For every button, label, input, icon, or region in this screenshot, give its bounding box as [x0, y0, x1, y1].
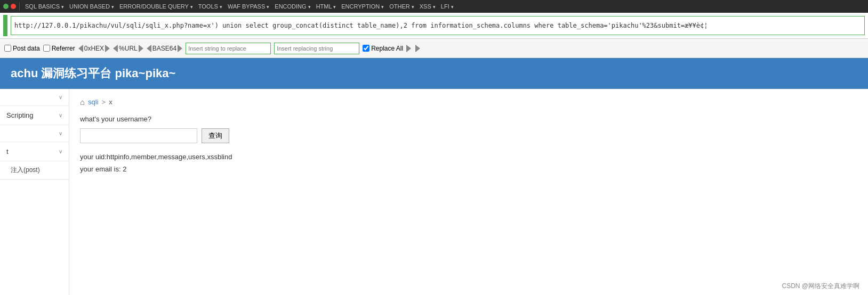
- insert-replace-input[interactable]: [186, 43, 271, 54]
- page-header: achu 漏洞练习平台 pika~pika~: [0, 58, 868, 89]
- replace-arrow-right2-icon[interactable]: [415, 45, 420, 52]
- home-icon[interactable]: ⌂: [80, 97, 85, 106]
- post-data-checkbox-label[interactable]: Post data: [4, 45, 40, 52]
- menu-encryption[interactable]: ENCRYPTION ▾: [339, 3, 386, 10]
- breadcrumb-sep: >: [102, 98, 106, 106]
- url-arrow-right-icon: [139, 45, 143, 52]
- url-arrow-left-icon: [113, 45, 118, 52]
- post-data-label: Post data: [13, 45, 40, 52]
- menu-union-based[interactable]: UNION BASED ▾: [67, 3, 116, 10]
- hex-arrow-right-icon: [105, 45, 110, 52]
- sidebar-post-label: 注入(post): [11, 166, 40, 174]
- breadcrumb-sqli-link[interactable]: sqli: [88, 98, 99, 106]
- base64-encode-btn[interactable]: BASE64: [147, 45, 182, 52]
- sidebar-t-label: t: [6, 148, 9, 155]
- sidebar-chevron-1: ∨: [59, 94, 62, 100]
- url-label: %URL: [119, 45, 138, 52]
- url-encode-btn[interactable]: %URL: [113, 45, 143, 52]
- menu-error-double-query[interactable]: ERROR/DOUBLE QUERY ▾: [117, 3, 195, 10]
- replace-all-checkbox[interactable]: [363, 45, 369, 52]
- sidebar-chevron-3: ∨: [59, 130, 62, 136]
- replace-all-label[interactable]: Replace All: [363, 45, 403, 52]
- url-input[interactable]: [11, 16, 865, 35]
- sidebar-section-scripting: Scripting ∨: [0, 106, 69, 125]
- menu-xss[interactable]: XSS ▾: [417, 3, 438, 10]
- base64-arrow-right-icon: [178, 45, 182, 52]
- dot-green-icon: [3, 4, 9, 9]
- sidebar-scripting-label: Scripting: [6, 111, 34, 119]
- query-button[interactable]: 查询: [202, 128, 229, 143]
- menu-tools[interactable]: TOOLS ▾: [196, 3, 224, 10]
- base64-label: BASE64: [152, 45, 176, 52]
- referrer-checkbox[interactable]: [43, 45, 50, 52]
- sidebar-scripting-chevron: ∨: [59, 112, 62, 118]
- replace-all-text: Replace All: [371, 45, 403, 52]
- insert-replacing-input[interactable]: [274, 43, 359, 54]
- result-email: your email is: 2: [80, 163, 857, 175]
- referrer-label: Referrer: [52, 45, 75, 52]
- url-indicator: [3, 15, 7, 36]
- sidebar-t-chevron: ∨: [59, 149, 62, 154]
- menu-waf-bypass[interactable]: WAF BYPASS ▾: [226, 3, 271, 10]
- sidebar-section-3: ∨: [0, 125, 69, 142]
- breadcrumb: ⌂ sqli > x: [80, 97, 857, 106]
- sidebar-item-3[interactable]: ∨: [0, 125, 69, 142]
- menu-sql-basics[interactable]: SQL BASICS ▾: [23, 3, 66, 10]
- result-uid: your uid:httpinfo,member,message,users,x…: [80, 151, 857, 163]
- page-title: achu 漏洞练习平台 pika~pika~: [11, 67, 175, 80]
- sidebar-section-t: t ∨: [0, 142, 69, 161]
- top-toolbar: SQL BASICS ▾ UNION BASED ▾ ERROR/DOUBLE …: [0, 0, 868, 13]
- url-bar-row: [0, 13, 868, 39]
- toolbar-separator: [19, 2, 20, 11]
- encode-toolbar: Post data Referrer 0xHEX %URL BASE64 Rep…: [0, 39, 868, 58]
- result-area: your uid:httpinfo,member,message,users,x…: [80, 151, 857, 176]
- main-layout: ∨ Scripting ∨ ∨ t ∨ 注入(post): [0, 89, 868, 295]
- menu-lfi[interactable]: LFI ▾: [439, 3, 456, 10]
- sidebar-item-scripting[interactable]: Scripting ∨: [0, 106, 69, 125]
- replace-arrow-right-icon[interactable]: [406, 45, 411, 52]
- hex-encode-btn[interactable]: 0xHEX: [78, 45, 110, 52]
- menu-encoding[interactable]: ENCODING ▾: [272, 3, 312, 10]
- hex-label: 0xHEX: [84, 45, 104, 52]
- base64-arrow-left-icon: [147, 45, 151, 52]
- breadcrumb-sqli-label: sqli: [88, 98, 99, 106]
- sidebar-section-1: ∨: [0, 89, 69, 106]
- referrer-checkbox-label[interactable]: Referrer: [43, 45, 75, 52]
- query-input[interactable]: [80, 128, 197, 143]
- query-form: 查询: [80, 128, 857, 143]
- content-area: ⌂ sqli > x what's your username? 查询 your…: [69, 89, 868, 295]
- menu-html[interactable]: HTML ▾: [314, 3, 339, 10]
- hex-arrow-left-icon: [78, 45, 83, 52]
- dot-red-icon: [11, 4, 16, 9]
- footer-watermark: CSDN @网络安全真难学啊: [782, 282, 859, 291]
- sidebar-item-post[interactable]: 注入(post): [0, 161, 69, 179]
- sidebar-item-t[interactable]: t ∨: [0, 142, 69, 161]
- sidebar-item-1[interactable]: ∨: [0, 89, 69, 105]
- breadcrumb-current: x: [109, 98, 112, 106]
- menu-other[interactable]: OTHER ▾: [387, 3, 416, 10]
- post-data-checkbox[interactable]: [4, 45, 11, 52]
- sidebar: ∨ Scripting ∨ ∨ t ∨ 注入(post): [0, 89, 69, 295]
- sidebar-section-bottom: 注入(post): [0, 161, 69, 180]
- query-label: what's your username?: [80, 115, 857, 123]
